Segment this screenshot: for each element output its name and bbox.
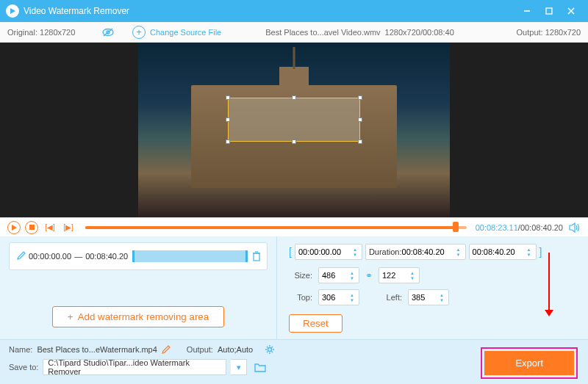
svg-point-14: [268, 348, 272, 352]
name-label: Name:: [9, 345, 32, 354]
play-button[interactable]: [7, 221, 21, 234]
resize-handle[interactable]: [292, 140, 296, 144]
plus-icon: +: [68, 311, 74, 322]
output-setting-label: Output:: [187, 345, 213, 354]
clip-end: 00:08:40.20: [85, 252, 128, 261]
set-start-bracket-button[interactable]: [: [289, 246, 292, 258]
export-highlight-annotation: Export: [481, 347, 578, 379]
link-aspect-icon[interactable]: ⚭: [365, 270, 373, 280]
svg-marker-10: [570, 223, 575, 232]
top-label: Top:: [289, 293, 312, 302]
stepper-down[interactable]: ▼: [455, 252, 462, 257]
plus-icon: +: [132, 26, 146, 39]
set-end-bracket-button[interactable]: ]: [539, 246, 542, 258]
resize-handle[interactable]: [226, 140, 230, 144]
source-dim-duration: 1280x720/00:08:40: [385, 28, 454, 37]
save-path-value: C:\Tipard Studio\Tipar...ideo Watermark …: [48, 358, 221, 376]
svg-marker-0: [10, 8, 15, 14]
resize-handle[interactable]: [226, 117, 230, 122]
export-button[interactable]: Export: [484, 351, 574, 375]
stepper-up[interactable]: ▲: [438, 292, 445, 297]
stepper-up[interactable]: ▲: [526, 247, 533, 252]
total-duration: 00:08:40.20: [520, 223, 563, 232]
video-preview[interactable]: [0, 43, 588, 217]
stepper-down[interactable]: ▼: [409, 275, 416, 280]
original-resolution: 1280x720: [40, 28, 75, 37]
stepper-down[interactable]: ▼: [351, 252, 359, 257]
stepper-down[interactable]: ▼: [526, 252, 533, 257]
add-area-label: Add watermark removing area: [78, 311, 209, 322]
resize-handle[interactable]: [358, 117, 362, 122]
change-source-button[interactable]: + Change Source File: [132, 26, 221, 39]
svg-marker-8: [12, 225, 17, 231]
height-input[interactable]: ▲▼: [379, 267, 420, 283]
watermark-clip-item[interactable]: 00:00:00.00 — 00:08:40.20: [9, 242, 268, 270]
size-label: Size:: [289, 271, 312, 280]
delete-clip-icon[interactable]: [252, 251, 261, 261]
stepper-down[interactable]: ▼: [348, 297, 356, 303]
output-resolution: 1280x720: [545, 28, 581, 37]
stepper-down[interactable]: ▼: [348, 275, 356, 280]
width-input[interactable]: ▲▼: [318, 267, 359, 283]
resize-handle[interactable]: [358, 95, 362, 100]
preview-toggle-icon[interactable]: [101, 28, 115, 37]
reset-button[interactable]: Reset: [289, 314, 343, 333]
minimize-button[interactable]: [516, 0, 538, 22]
resize-handle[interactable]: [226, 95, 230, 100]
app-title: Video Watermark Remover: [24, 6, 516, 16]
start-time-input[interactable]: ▲▼: [295, 244, 362, 260]
source-filename: Best Places to...avel Video.wmv: [265, 28, 380, 37]
output-settings-icon[interactable]: [265, 344, 275, 355]
output-label: Output:: [517, 28, 543, 37]
open-folder-icon[interactable]: [254, 363, 266, 372]
stepper-up[interactable]: ▲: [351, 247, 359, 252]
volume-icon[interactable]: [569, 222, 581, 233]
change-source-label: Change Source File: [150, 28, 221, 37]
svg-rect-11: [254, 253, 259, 261]
clip-sep: —: [74, 252, 82, 261]
prev-frame-button[interactable]: [◀]: [43, 222, 57, 233]
duration-label: Duration:: [369, 247, 402, 256]
resize-handle[interactable]: [358, 140, 362, 144]
timeline-handle[interactable]: [453, 222, 459, 232]
maximize-button[interactable]: [538, 0, 560, 22]
watermark-selection-region[interactable]: [228, 98, 360, 142]
left-input[interactable]: ▲▼: [408, 289, 449, 305]
svg-rect-9: [29, 225, 35, 230]
left-label: Left:: [381, 293, 402, 302]
output-filename: Best Places to...eWatermark.mp4: [37, 345, 157, 354]
end-time-input[interactable]: ▲▼: [469, 244, 537, 260]
top-input[interactable]: ▲▼: [318, 289, 359, 305]
clip-range-slider[interactable]: [132, 250, 248, 262]
next-frame-button[interactable]: [▶]: [61, 222, 76, 233]
svg-rect-2: [546, 8, 552, 14]
save-to-label: Save to:: [9, 363, 38, 372]
edit-name-icon[interactable]: [162, 345, 171, 354]
save-path-dropdown[interactable]: ▾: [231, 359, 247, 375]
color-picker-icon[interactable]: [15, 251, 26, 261]
stepper-up[interactable]: ▲: [409, 270, 416, 275]
original-label: Original:: [7, 28, 37, 37]
output-setting-value: Auto;Auto: [218, 345, 253, 354]
stepper-up[interactable]: ▲: [348, 270, 356, 275]
save-path-input[interactable]: C:\Tipard Studio\Tipar...ideo Watermark …: [43, 359, 226, 375]
annotation-arrow: [548, 253, 550, 311]
stepper-up[interactable]: ▲: [348, 292, 356, 297]
app-logo-icon: [6, 4, 19, 18]
resize-handle[interactable]: [292, 95, 296, 100]
stepper-down[interactable]: ▼: [438, 297, 445, 303]
stepper-up[interactable]: ▲: [455, 247, 462, 252]
close-button[interactable]: [560, 0, 582, 22]
current-time: 00:08:23.11: [476, 223, 518, 232]
clip-start: 00:00:00.00: [29, 252, 71, 261]
add-watermark-area-button[interactable]: + Add watermark removing area: [52, 306, 224, 327]
stop-button[interactable]: [25, 221, 38, 234]
duration-input[interactable]: Duration:▲▼: [365, 244, 466, 260]
timeline-slider[interactable]: [85, 226, 467, 229]
